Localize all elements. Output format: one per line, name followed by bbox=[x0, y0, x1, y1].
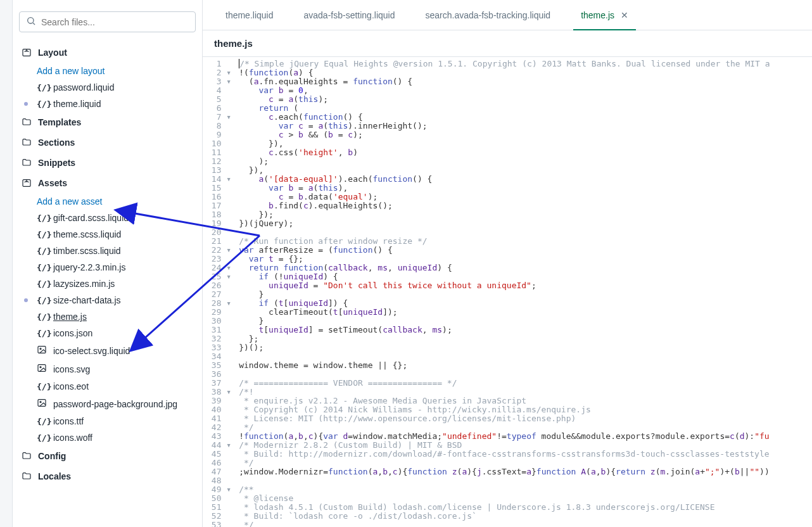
code-line[interactable]: var c = a(this).innerHeight(); bbox=[239, 122, 812, 130]
section-locales[interactable]: Locales bbox=[19, 466, 196, 486]
file-item[interactable]: {/}password.liquid bbox=[19, 79, 196, 96]
line-number: 22 ▾ bbox=[206, 246, 231, 255]
file-item[interactable]: ico-select.svg.liquid bbox=[19, 341, 196, 360]
code-line[interactable]: uniqueId = "Don't call this twice withou… bbox=[239, 281, 812, 290]
code-line[interactable]: * License: MIT (http://www.opensource.or… bbox=[239, 414, 812, 423]
file-item[interactable]: {/}lazysizes.min.js bbox=[19, 276, 196, 292]
close-icon[interactable]: ✕ bbox=[621, 10, 628, 20]
file-item[interactable]: password-page-background.jpg bbox=[19, 395, 196, 413]
code-line[interactable]: return ( bbox=[239, 104, 812, 113]
line-number: 5 bbox=[206, 95, 231, 104]
section-templates[interactable]: Templates bbox=[19, 112, 196, 132]
code-line[interactable]: clearTimeout(t[uniqueId]); bbox=[239, 308, 812, 317]
code-line[interactable]: b.find(c).equalHeights(); bbox=[239, 201, 812, 210]
tab-search-avada-fsb-tracking-liquid[interactable]: search.avada-fsb-tracking.liquid bbox=[410, 0, 566, 30]
code-line[interactable]: /** bbox=[239, 485, 812, 494]
code-line[interactable]: /* =============== VENDOR ==============… bbox=[239, 379, 812, 388]
code-line[interactable]: a('[data-equal]').each(function() { bbox=[239, 175, 812, 184]
code-line[interactable] bbox=[239, 370, 812, 379]
code-line[interactable]: c.css('height', b) bbox=[239, 148, 812, 157]
code-line[interactable]: })(jQuery); bbox=[239, 219, 812, 228]
section-layout[interactable]: Layout bbox=[19, 42, 196, 63]
code-line[interactable]: t[uniqueId] = setTimeout(callback, ms); bbox=[239, 326, 812, 334]
file-item[interactable]: {/}timber.scss.liquid bbox=[19, 243, 196, 259]
code-line[interactable]: /* Run function after window resize */ bbox=[239, 237, 812, 246]
code-line[interactable]: } bbox=[239, 290, 812, 299]
code-line[interactable]: * Build: http://modernizr.com/download/#… bbox=[239, 450, 812, 459]
add-link[interactable]: Add a new asset bbox=[19, 193, 196, 210]
code-line[interactable]: /* Modernizr 2.8.2 (Custom Build) | MIT … bbox=[239, 441, 812, 450]
section-assets[interactable]: Assets bbox=[19, 173, 196, 193]
search-box[interactable] bbox=[19, 11, 196, 32]
code-line[interactable]: */ bbox=[239, 423, 812, 432]
code-icon: {/} bbox=[37, 246, 49, 256]
code-area[interactable]: /* Simple jQuery Equal Heights @version … bbox=[236, 57, 812, 527]
code-line[interactable]: * lodash 4.5.1 (Custom Build) lodash.com… bbox=[239, 503, 812, 512]
line-number: 34 bbox=[206, 352, 231, 361]
file-item[interactable]: {/}icons.woff bbox=[19, 429, 196, 446]
code-line[interactable]: var b = a(this), bbox=[239, 184, 812, 193]
code-line[interactable]: * enquire.js v2.1.2 - Awesome Media Quer… bbox=[239, 397, 812, 405]
code-line[interactable]: /*! bbox=[239, 388, 812, 397]
code-line[interactable]: (a.fn.equalHeights = function() { bbox=[239, 77, 812, 86]
file-item[interactable]: {/}gift-card.scss.liquid bbox=[19, 210, 196, 226]
code-line[interactable]: c.each(function() { bbox=[239, 113, 812, 122]
section-config[interactable]: Config bbox=[19, 446, 196, 466]
code-line[interactable]: c = b.data('equal'); bbox=[239, 193, 812, 201]
code-line[interactable]: var b = 0, bbox=[239, 86, 812, 95]
item-label: lazysizes.min.js bbox=[53, 279, 115, 289]
line-number: 28 ▾ bbox=[206, 299, 231, 308]
code-line[interactable]: var afterResize = (function() { bbox=[239, 246, 812, 255]
code-line[interactable]: c > b && (b = c); bbox=[239, 130, 812, 139]
file-item[interactable]: {/}theme.scss.liquid bbox=[19, 226, 196, 243]
file-item[interactable]: icons.svg bbox=[19, 360, 196, 378]
code-line[interactable]: window.theme = window.theme || {}; bbox=[239, 361, 812, 370]
tab-theme-liquid[interactable]: theme.liquid bbox=[210, 0, 289, 30]
file-item[interactable]: {/} theme.js bbox=[19, 308, 196, 325]
code-line[interactable]: !(function(a) { bbox=[239, 68, 812, 77]
code-line[interactable]: }); bbox=[239, 210, 812, 219]
code-line[interactable]: } bbox=[239, 317, 812, 326]
code-line[interactable]: */ bbox=[239, 521, 812, 527]
code-line[interactable]: var t = {}; bbox=[239, 255, 812, 264]
item-label: jquery-2.2.3.min.js bbox=[53, 262, 125, 272]
code-line[interactable]: return function(callback, ms, uniqueId) … bbox=[239, 264, 812, 272]
tab-avada-fsb-setting-liquid[interactable]: avada-fsb-setting.liquid bbox=[289, 0, 410, 30]
section-sections[interactable]: Sections bbox=[19, 132, 196, 153]
code-line[interactable]: c = a(this); bbox=[239, 95, 812, 104]
folder-icon bbox=[22, 158, 32, 168]
main: theme.liquidavada-fsb-setting.liquidsear… bbox=[203, 0, 812, 527]
line-number: 1 bbox=[206, 60, 231, 68]
file-item[interactable]: {/}icons.ttf bbox=[19, 413, 196, 429]
code-line[interactable]: !function(a,b,c){var d=window.matchMedia… bbox=[239, 432, 812, 441]
code-line[interactable]: }; bbox=[239, 334, 812, 343]
code-line[interactable] bbox=[239, 352, 812, 361]
code-line[interactable]: if (t[uniqueId]) { bbox=[239, 299, 812, 308]
code-line[interactable]: })(); bbox=[239, 343, 812, 352]
code-line[interactable]: }), bbox=[239, 166, 812, 175]
file-item[interactable]: {/}jquery-2.2.3.min.js bbox=[19, 259, 196, 276]
file-item[interactable]: {/}size-chart-data.js bbox=[19, 292, 196, 308]
code-editor[interactable]: 1 2 ▾ 3 ▾ 4 5 6 7 ▾ 8 9 10 11 12 13 14 ▾… bbox=[203, 57, 812, 527]
code-icon: {/} bbox=[37, 312, 49, 322]
tab-theme-js[interactable]: theme.js✕ bbox=[566, 0, 644, 30]
add-link[interactable]: Add a new layout bbox=[19, 63, 196, 79]
code-line[interactable]: * Copyright (c) 2014 Nick Williams - htt… bbox=[239, 405, 812, 414]
section-snippets[interactable]: Snippets bbox=[19, 153, 196, 173]
code-line[interactable]: if (!uniqueId) { bbox=[239, 272, 812, 281]
file-item[interactable]: {/}theme.liquid bbox=[19, 96, 196, 112]
code-line[interactable]: /* Simple jQuery Equal Heights @version … bbox=[239, 60, 812, 68]
line-number: 44 ▾ bbox=[206, 441, 231, 450]
code-line[interactable] bbox=[239, 476, 812, 485]
code-line[interactable]: ;window.Modernizr=function(a,b,c){functi… bbox=[239, 467, 812, 476]
search-input[interactable] bbox=[41, 17, 189, 27]
code-line[interactable]: * @license bbox=[239, 494, 812, 503]
file-item[interactable]: {/}icons.json bbox=[19, 325, 196, 341]
line-number: 31 bbox=[206, 326, 231, 334]
code-line[interactable]: ); bbox=[239, 157, 812, 166]
code-line[interactable]: }), bbox=[239, 139, 812, 148]
file-item[interactable]: {/}icons.eot bbox=[19, 378, 196, 395]
code-line[interactable]: */ bbox=[239, 459, 812, 467]
code-line[interactable]: * Build: `lodash core -o ./dist/lodash.c… bbox=[239, 512, 812, 521]
code-line[interactable] bbox=[239, 228, 812, 237]
